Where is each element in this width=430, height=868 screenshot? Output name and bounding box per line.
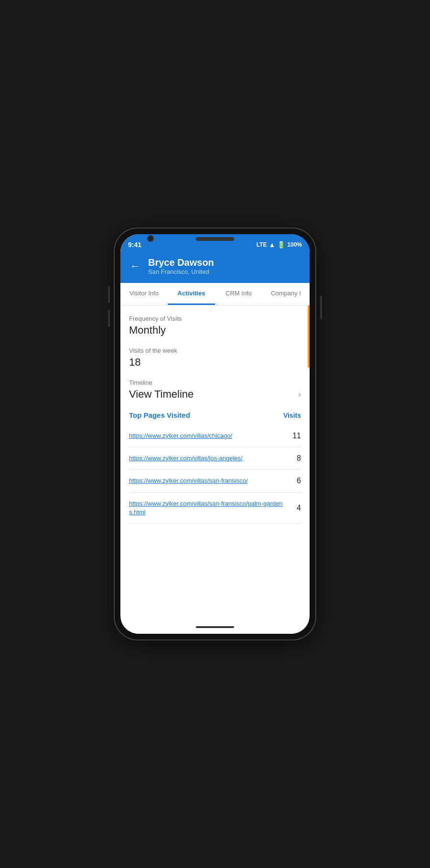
page-url[interactable]: https://www.zylker.com/villas/chicago/ (129, 432, 284, 440)
battery-icon: 🔋 (277, 241, 285, 249)
page-visit-count: 8 (291, 454, 301, 463)
page-row: https://www.zylker.com/villas/san-fransi… (129, 493, 301, 524)
top-pages-header: Top Pages Visited Visits (129, 411, 301, 419)
frequency-section: Frequency of Visits Monthly (129, 315, 301, 336)
scroll-accent (308, 305, 310, 368)
lte-icon: LTE (257, 241, 267, 248)
visits-week-value: 18 (129, 356, 301, 369)
app-header: ← Bryce Dawson San Francisco, United (120, 252, 310, 283)
visits-week-section: Visits of the week 18 (129, 347, 301, 369)
page-visit-count: 6 (291, 477, 301, 485)
scroll-content: Frequency of Visits Monthly Visits of th… (120, 305, 310, 620)
chevron-right-icon: › (298, 390, 301, 400)
tab-visitor-info[interactable]: Visitor Info (120, 283, 168, 305)
status-time: 9:41 (128, 241, 141, 249)
page-url[interactable]: https://www.zylker.com/villas/san-fransi… (129, 477, 284, 485)
tabs-bar: Visitor Info Activities CRM Info Company… (120, 283, 310, 305)
pages-list: https://www.zylker.com/villas/chicago/11… (129, 425, 301, 524)
signal-icon: ▲ (269, 241, 275, 249)
contact-location: San Francisco, United (148, 268, 214, 275)
timeline-link-row[interactable]: View Timeline › (129, 388, 301, 401)
page-visit-count: 4 (291, 504, 301, 512)
frequency-value: Monthly (129, 324, 301, 336)
home-indicator (120, 620, 310, 634)
page-url[interactable]: https://www.zylker.com/villas/san-fransi… (129, 499, 284, 517)
visits-week-label: Visits of the week (129, 347, 301, 354)
header-text: Bryce Dawson San Francisco, United (148, 257, 214, 275)
page-row: https://www.zylker.com/villas/los-angele… (129, 447, 301, 470)
top-pages-title: Top Pages Visited (129, 411, 190, 419)
contact-name: Bryce Dawson (148, 257, 214, 268)
page-visit-count: 11 (291, 432, 301, 440)
tab-activities[interactable]: Activities (168, 283, 215, 305)
tab-company-info[interactable]: Company I (262, 283, 310, 305)
content-area: Frequency of Visits Monthly Visits of th… (120, 305, 310, 620)
back-button[interactable]: ← (128, 259, 142, 273)
timeline-link[interactable]: View Timeline (129, 388, 194, 401)
page-row: https://www.zylker.com/villas/chicago/11 (129, 425, 301, 447)
home-bar (196, 626, 234, 628)
battery-percent: 100% (287, 241, 302, 248)
timeline-label: Timeline (129, 379, 301, 386)
timeline-section: Timeline View Timeline › (129, 379, 301, 401)
frequency-label: Frequency of Visits (129, 315, 301, 322)
visits-col-label: Visits (283, 412, 301, 419)
tab-crm-info[interactable]: CRM Info (215, 283, 262, 305)
page-url[interactable]: https://www.zylker.com/villas/los-angele… (129, 454, 284, 463)
status-icons: LTE ▲ 🔋 100% (257, 241, 302, 249)
page-row: https://www.zylker.com/villas/san-fransi… (129, 470, 301, 492)
